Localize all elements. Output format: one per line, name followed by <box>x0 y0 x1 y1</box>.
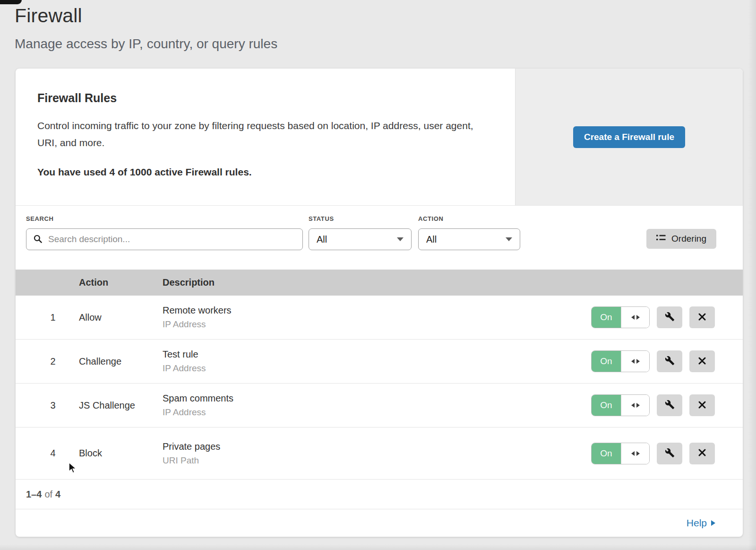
intro-section: Firewall Rules Control incoming traffic … <box>16 69 743 206</box>
ordering-button[interactable]: Ordering <box>646 229 716 249</box>
arrow-left-icon <box>631 451 635 456</box>
page-title: Firewall <box>15 5 756 27</box>
close-icon <box>698 401 706 410</box>
wrench-icon <box>665 448 675 459</box>
rule-controls: On <box>591 394 716 416</box>
rule-enabled-toggle[interactable]: On <box>591 350 650 372</box>
rule-enabled-toggle[interactable]: On <box>591 394 650 416</box>
action-select-value: All <box>426 234 437 245</box>
chevron-down-icon <box>397 237 404 241</box>
toggle-on-segment[interactable]: On <box>592 443 621 464</box>
rule-enabled-toggle[interactable]: On <box>591 306 650 328</box>
pagination-range: 1–4 <box>26 489 42 500</box>
rule-description-cell: Test rule IP Address <box>163 349 591 374</box>
table-header: Action Description <box>16 270 743 296</box>
rule-priority: 2 <box>16 356 79 367</box>
rule-field: IP Address <box>163 407 591 418</box>
rule-action: Challenge <box>79 356 163 367</box>
ordering-button-label: Ordering <box>671 234 706 244</box>
toggle-on-segment[interactable]: On <box>592 395 621 416</box>
help-row: Help <box>16 509 743 537</box>
rule-field: IP Address <box>163 319 591 330</box>
close-icon <box>698 313 706 323</box>
rule-description-cell: Spam comments IP Address <box>163 393 591 418</box>
rules-usage-count: You have used 4 of 1000 active Firewall … <box>37 166 493 178</box>
rule-controls: On <box>591 306 716 328</box>
chevron-down-icon <box>506 237 512 241</box>
rule-field: URI Path <box>163 455 591 466</box>
delete-rule-button[interactable] <box>689 350 715 372</box>
help-link-label: Help <box>687 517 707 529</box>
rule-priority: 1 <box>16 312 79 323</box>
help-link[interactable]: Help <box>687 517 715 529</box>
action-column-header: Action <box>79 277 163 288</box>
table-row: 2 Challenge Test rule IP Address On <box>16 340 743 384</box>
rule-field: IP Address <box>163 363 591 374</box>
description-column-header: Description <box>163 277 591 288</box>
toggle-drag-handle[interactable] <box>621 351 649 372</box>
wrench-icon <box>665 356 675 367</box>
pagination: 1–4 of 4 <box>16 480 743 509</box>
toggle-on-segment[interactable]: On <box>592 351 621 372</box>
table-row: 1 Allow Remote workers IP Address On <box>16 296 743 340</box>
action-filter-group: ACTION All <box>418 215 520 250</box>
edit-rule-button[interactable] <box>657 306 682 328</box>
toggle-drag-handle[interactable] <box>621 443 649 464</box>
arrow-left-icon <box>631 403 635 408</box>
edit-rule-button[interactable] <box>657 443 682 464</box>
status-label: STATUS <box>309 215 412 222</box>
edit-rule-button[interactable] <box>657 350 682 372</box>
action-label: ACTION <box>418 215 520 222</box>
action-select[interactable]: All <box>418 228 520 250</box>
rule-priority: 3 <box>16 400 79 411</box>
arrow-right-icon <box>636 359 640 364</box>
table-row: 4 Block Private pages URI Path On <box>16 428 743 480</box>
status-select[interactable]: All <box>309 228 412 250</box>
rule-description: Private pages <box>163 441 591 452</box>
delete-rule-button[interactable] <box>689 443 715 464</box>
delete-rule-button[interactable] <box>689 306 715 328</box>
search-input[interactable] <box>26 228 303 250</box>
arrow-right-icon <box>636 403 640 408</box>
rule-description: Spam comments <box>163 393 591 404</box>
page-subtitle: Manage access by IP, country, or query r… <box>15 36 756 52</box>
edit-rule-button[interactable] <box>657 394 682 416</box>
table-row: 3 JS Challenge Spam comments IP Address … <box>16 384 743 428</box>
search-icon <box>34 235 43 245</box>
toggle-drag-handle[interactable] <box>621 395 649 416</box>
chevron-right-icon <box>711 520 715 526</box>
rules-intro: Firewall Rules Control incoming traffic … <box>16 69 515 205</box>
delete-rule-button[interactable] <box>689 394 715 416</box>
rule-action: JS Challenge <box>79 400 163 411</box>
search-label: SEARCH <box>26 215 303 222</box>
status-select-value: All <box>317 234 327 245</box>
filter-bar: SEARCH STATUS All ACTION All <box>16 206 743 270</box>
rules-title: Firewall Rules <box>37 91 493 105</box>
rule-action: Block <box>79 448 163 459</box>
rule-description: Test rule <box>163 349 591 360</box>
rule-description-cell: Private pages URI Path <box>163 441 591 466</box>
create-firewall-rule-button[interactable]: Create a Firewall rule <box>573 126 685 148</box>
arrow-right-icon <box>636 451 640 456</box>
page-header: Firewall Manage access by IP, country, o… <box>0 0 756 52</box>
toggle-drag-handle[interactable] <box>621 307 649 328</box>
close-icon <box>698 448 706 458</box>
search-input-wrap <box>26 228 303 250</box>
toggle-on-segment[interactable]: On <box>592 307 621 328</box>
rule-enabled-toggle[interactable]: On <box>591 443 650 464</box>
rule-controls: On <box>591 443 716 464</box>
window-edge-shadow-bottom <box>0 544 756 550</box>
ordered-list-icon <box>656 234 666 244</box>
close-icon <box>698 357 706 367</box>
rule-action: Allow <box>79 312 163 323</box>
search-filter-group: SEARCH <box>26 215 303 250</box>
pagination-of: of <box>44 489 52 500</box>
rule-priority: 4 <box>16 448 79 459</box>
window-edge-shadow-right <box>748 0 756 550</box>
window-corner-artifact <box>0 0 22 4</box>
rule-description: Remote workers <box>163 305 591 316</box>
pagination-total: 4 <box>55 489 60 500</box>
rules-description: Control incoming traffic to your zone by… <box>37 117 486 151</box>
firewall-rules-card: Firewall Rules Control incoming traffic … <box>16 69 743 537</box>
rule-description-cell: Remote workers IP Address <box>163 305 591 330</box>
